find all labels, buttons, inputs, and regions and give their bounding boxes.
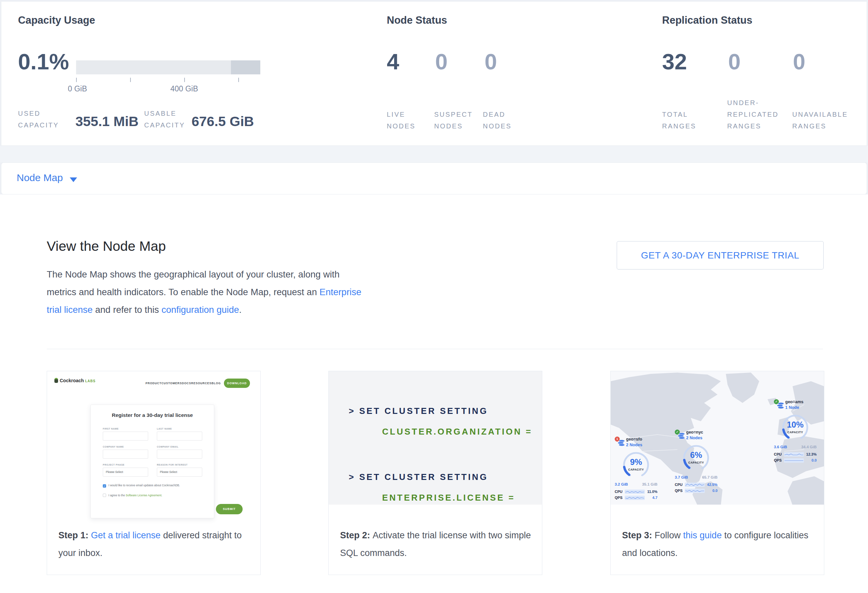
divider bbox=[47, 349, 823, 349]
step3-caption: Step 3: Follow this guide to configure l… bbox=[622, 527, 814, 562]
thumbnail-nav-item: CUSTOMERS bbox=[161, 381, 182, 385]
suspect-nodes-label: SUSPECT NODES bbox=[434, 109, 484, 132]
capacity-bar-nonusable-segment bbox=[231, 60, 260, 74]
step3-card: 1 geo=sfo 2 Nodes 9% CAPACIT bbox=[610, 371, 824, 575]
qps-value: 4.7 bbox=[645, 496, 657, 500]
node-map-promo-section: View the Node Map The Node Map shows the… bbox=[0, 194, 868, 593]
step2-caption: Step 2: Activate the trial license with … bbox=[340, 527, 532, 562]
view-selector-label[interactable]: Node Map bbox=[17, 172, 63, 184]
cpu-row: CPU 11.0% bbox=[615, 489, 657, 494]
enterprise-trial-button[interactable]: GET A 30-DAY ENTERPRISE TRIAL bbox=[617, 241, 824, 269]
sql-prompt-line: > SET CLUSTER SETTING bbox=[349, 472, 488, 482]
this-guide-link[interactable]: this guide bbox=[683, 530, 722, 540]
field-label: COMPANY EMAIL bbox=[157, 446, 179, 448]
capacity-gauge: 6% CAPACITY bbox=[681, 442, 712, 474]
used-capacity-value: 355.1 MiB bbox=[75, 114, 139, 129]
usable-capacity-value: 676.5 GiB bbox=[192, 114, 254, 129]
cluster-locality: geo=sfo bbox=[626, 437, 642, 441]
thumbnail-download-button: DOWNLOAD bbox=[224, 378, 250, 388]
cluster-locality: geo=nyc bbox=[686, 430, 703, 434]
used-capacity: 3.7 GiB bbox=[675, 475, 688, 479]
get-trial-license-link[interactable]: Get a trial license bbox=[91, 530, 161, 540]
qps-sparkline bbox=[685, 489, 705, 493]
checkbox-empty-icon bbox=[103, 494, 106, 497]
node-map-thumbnail: 1 geo=sfo 2 Nodes 9% CAPACIT bbox=[611, 371, 824, 505]
capacity-label: CAPACITY bbox=[620, 468, 652, 471]
license-agreement-checkbox-row: I agree to the Software License Agreemen… bbox=[103, 494, 162, 497]
qps-label: QPS bbox=[675, 489, 685, 493]
database-icon bbox=[618, 440, 625, 446]
field-label: FIRST NAME bbox=[103, 428, 119, 430]
trial-license-form-thumbnail: Register for a 30-day trial license FIRS… bbox=[90, 405, 214, 518]
cluster-summary-panel: Capacity Usage 0.1% 0 GiB 400 GiB USED C… bbox=[1, 1, 867, 146]
capacity-gauge: 9% CAPACITY bbox=[620, 449, 652, 481]
thumbnail-nav-item: PRODUCT bbox=[146, 381, 161, 385]
cockroach-bug-icon bbox=[55, 378, 58, 383]
qps-row: QPS 4.7 bbox=[615, 495, 657, 500]
capacity-percent: 6% bbox=[681, 450, 712, 460]
cpu-value: 42.5% bbox=[705, 483, 717, 487]
step1-card: Cockroach LABS PRODUCT CUSTOMERS DOCS RE… bbox=[47, 371, 261, 575]
unavailable-ranges-count: 0 bbox=[793, 45, 805, 78]
thumbnail-nav-item: DOCS bbox=[182, 381, 191, 385]
cpu-label: CPU bbox=[774, 452, 784, 456]
page-title: View the Node Map bbox=[47, 238, 166, 254]
usable-capacity-label: USABLE CAPACITY bbox=[144, 108, 194, 131]
cpu-value: 11.0% bbox=[645, 490, 657, 494]
live-nodes-label: LIVE NODES bbox=[387, 109, 425, 132]
cpu-row: CPU 12.3% bbox=[774, 452, 816, 456]
cluster-node-count: 1 Node bbox=[785, 405, 799, 410]
qps-row: QPS 0.0 bbox=[675, 488, 717, 493]
cpu-label: CPU bbox=[615, 490, 625, 494]
cluster-overview-page: Capacity Usage 0.1% 0 GiB 400 GiB USED C… bbox=[0, 0, 868, 593]
thumbnail-nav-item: BLOG bbox=[211, 381, 221, 385]
dead-nodes-label: DEAD NODES bbox=[483, 109, 521, 132]
step2-label: Step 2: bbox=[340, 530, 373, 540]
under-replicated-ranges-label: UNDER-REPLICATED RANGES bbox=[727, 97, 785, 132]
chevron-down-icon[interactable] bbox=[70, 177, 77, 182]
text-field bbox=[157, 450, 202, 459]
field-label: LAST NAME bbox=[157, 428, 172, 430]
configuration-guide-link[interactable]: configuration guide bbox=[161, 305, 239, 315]
cockroach-labs-logo: Cockroach LABS bbox=[55, 378, 96, 383]
cpu-sparkline bbox=[685, 483, 705, 487]
capacity-bar bbox=[76, 60, 260, 74]
form-title: Register for a 30-day trial license bbox=[91, 412, 214, 418]
used-capacity: 3.6 GiB bbox=[774, 445, 787, 449]
capacity-axis-tick bbox=[184, 78, 185, 82]
under-replicated-ranges-count: 0 bbox=[728, 45, 741, 78]
capacity-values: 3.6 GiB 34.4 GiB bbox=[774, 445, 816, 449]
view-selector-bar[interactable]: Node Map bbox=[1, 162, 867, 194]
step2-card: > SET CLUSTER SETTING CLUSTER.ORGANIZATI… bbox=[328, 371, 542, 575]
unavailable-ranges-label: UNAVAILABLE RANGES bbox=[792, 109, 856, 132]
select-field: Please Select bbox=[157, 468, 202, 477]
sql-setting-line: CLUSTER.ORGANIZATION = bbox=[382, 427, 532, 437]
step1-caption: Step 1: Get a trial license delivered st… bbox=[58, 527, 250, 562]
cpu-value: 12.3% bbox=[804, 452, 816, 456]
capacity-gauge: 10% CAPACITY bbox=[779, 412, 811, 443]
capacity-axis-tick bbox=[238, 78, 239, 82]
description-text: and refer to this bbox=[93, 305, 161, 315]
suspect-nodes-count: 0 bbox=[435, 45, 447, 78]
capacity-used-percent: 0.1% bbox=[18, 45, 69, 78]
email-updates-checkbox-row: ✓I would like to receive email updates a… bbox=[103, 484, 180, 488]
live-nodes-count: 4 bbox=[387, 45, 399, 78]
total-ranges-count: 32 bbox=[662, 45, 687, 78]
node-map-description: The Node Map shows the geographical layo… bbox=[47, 265, 367, 318]
capacity-axis-tick bbox=[130, 78, 131, 82]
description-text: . bbox=[239, 305, 242, 315]
step3-label: Step 3: bbox=[622, 530, 655, 540]
license-agreement-link: Software License Agreement. bbox=[126, 494, 162, 497]
field-label: COMPANY NAME bbox=[103, 446, 124, 448]
qps-sparkline bbox=[625, 496, 645, 500]
thumbnail-nav-item: RESOURCES bbox=[191, 381, 211, 385]
text-field bbox=[157, 431, 202, 441]
capacity-axis-label-400: 400 GiB bbox=[164, 84, 204, 93]
qps-value: 0.0 bbox=[804, 458, 816, 462]
cluster-node-count: 2 Nodes bbox=[626, 443, 642, 447]
cpu-label: CPU bbox=[675, 483, 685, 487]
capacity-usage-title: Capacity Usage bbox=[18, 14, 95, 26]
field-label: PROJECT PHASE bbox=[103, 464, 124, 466]
qps-label: QPS bbox=[615, 496, 625, 500]
used-capacity-label: USED CAPACITY bbox=[18, 108, 68, 131]
